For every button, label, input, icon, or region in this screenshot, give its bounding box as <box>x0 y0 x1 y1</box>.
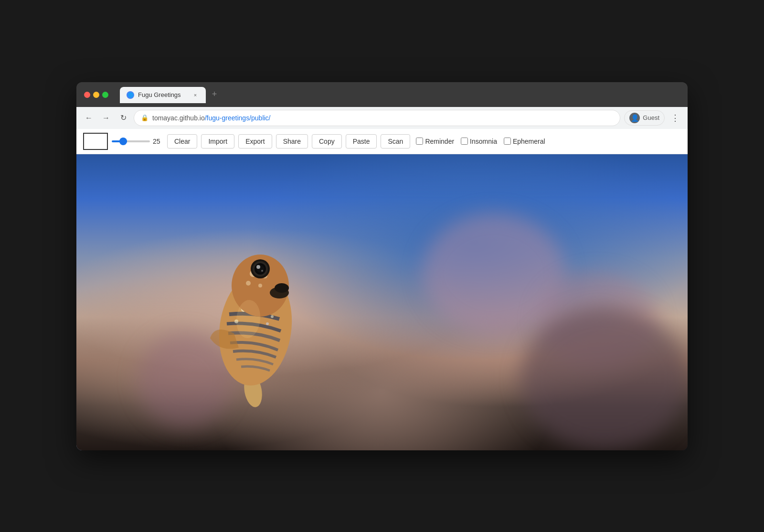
svg-point-7 <box>266 322 269 325</box>
paste-button[interactable]: Paste <box>346 134 377 149</box>
coral-blur-4 <box>520 307 688 450</box>
insomnia-checkbox[interactable] <box>461 138 468 145</box>
active-tab[interactable]: 🌐 Fugu Greetings × <box>120 87 206 103</box>
reminder-checkbox-label[interactable]: Reminder <box>416 138 454 145</box>
title-bar: 🌐 Fugu Greetings × + <box>76 82 688 107</box>
svg-point-11 <box>258 284 262 287</box>
tab-title: Fugu Greetings <box>138 91 188 98</box>
back-button[interactable]: ← <box>82 111 96 125</box>
tabs-row: 🌐 Fugu Greetings × + <box>120 87 680 103</box>
navigation-bar: ← → ↻ 🔒 tomayac.github.io/fugu-greetings… <box>76 107 688 129</box>
share-button[interactable]: Share <box>276 134 308 149</box>
address-domain: tomayac.github.io <box>152 114 205 122</box>
tab-close-button[interactable]: × <box>191 91 199 99</box>
slider-container: 25 <box>112 138 163 145</box>
import-button[interactable]: Import <box>201 134 234 149</box>
browser-menu-button[interactable]: ⋮ <box>668 111 682 125</box>
close-window-button[interactable] <box>84 92 90 98</box>
refresh-button[interactable]: ↻ <box>117 111 130 125</box>
forward-button[interactable]: → <box>99 111 113 125</box>
address-bar[interactable]: 🔒 tomayac.github.io/fugu-greetings/publi… <box>134 110 620 126</box>
minimize-window-button[interactable] <box>93 92 99 98</box>
maximize-window-button[interactable] <box>102 92 108 98</box>
reminder-checkbox[interactable] <box>416 138 423 145</box>
ephemeral-checkbox[interactable] <box>504 138 511 145</box>
traffic-lights <box>84 92 108 98</box>
profile-label: Guest <box>643 114 659 121</box>
svg-point-12 <box>246 281 251 286</box>
address-path: /fugu-greetings/public/ <box>205 114 271 122</box>
brush-size-slider[interactable] <box>112 140 150 142</box>
new-tab-button[interactable]: + <box>208 88 221 101</box>
app-toolbar: 25 Clear Import Export Share Copy Paste … <box>76 129 688 154</box>
svg-point-5 <box>271 315 274 318</box>
profile-avatar-icon: 👤 <box>629 113 640 123</box>
fish-scene <box>76 154 688 450</box>
ephemeral-label: Ephemeral <box>513 138 545 145</box>
reminder-label: Reminder <box>425 138 454 145</box>
svg-point-20 <box>261 270 263 272</box>
secure-icon: 🔒 <box>141 114 149 121</box>
ephemeral-checkbox-label[interactable]: Ephemeral <box>504 138 545 145</box>
image-area[interactable] <box>76 154 688 450</box>
fish-illustration <box>186 228 320 410</box>
profile-button[interactable]: 👤 Guest <box>624 110 665 126</box>
canvas-preview[interactable] <box>83 133 108 150</box>
browser-window: 🌐 Fugu Greetings × + ← → ↻ 🔒 tomayac.git… <box>76 82 688 450</box>
insomnia-label: Insomnia <box>470 138 497 145</box>
tab-favicon-icon: 🌐 <box>127 91 134 99</box>
scan-button[interactable]: Scan <box>381 134 410 149</box>
checkbox-group: Reminder Insomnia Ephemeral <box>416 138 545 145</box>
address-text: tomayac.github.io/fugu-greetings/public/ <box>152 114 613 122</box>
export-button[interactable]: Export <box>238 134 272 149</box>
title-bar-top: 🌐 Fugu Greetings × + <box>84 87 680 103</box>
copy-button[interactable]: Copy <box>312 134 342 149</box>
slider-value-label: 25 <box>153 138 163 145</box>
insomnia-checkbox-label[interactable]: Insomnia <box>461 138 497 145</box>
svg-point-14 <box>275 283 289 293</box>
clear-button[interactable]: Clear <box>167 134 197 149</box>
svg-point-19 <box>256 265 260 269</box>
